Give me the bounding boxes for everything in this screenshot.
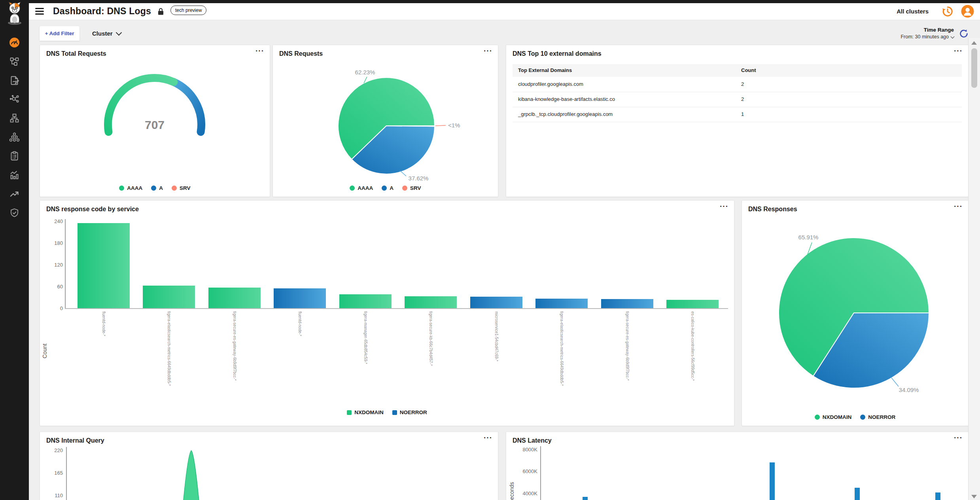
- table-column-header[interactable]: Top External Domains: [518, 67, 572, 73]
- pie-slice-label: 62.23%: [355, 69, 375, 76]
- table-row[interactable]: _grpclb._tcp.cloudprofiler.googleapis.co…: [513, 107, 962, 122]
- sidebar-item-service-graph-icon[interactable]: [9, 94, 20, 104]
- legend-dot: [815, 415, 820, 420]
- bar-chart-plot: [71, 221, 725, 308]
- scrollbar-track[interactable]: [968, 38, 980, 500]
- refresh-icon[interactable]: [959, 28, 969, 39]
- cluster-dropdown[interactable]: Cluster: [92, 30, 121, 37]
- latency-bar[interactable]: [855, 488, 860, 500]
- legend-label: SRV: [410, 185, 421, 191]
- legend-dot: [860, 415, 865, 420]
- add-filter-button[interactable]: + Add Filter: [40, 26, 79, 41]
- y-axis-line: [65, 219, 66, 309]
- table-cell-domain: kibana-knowledge-base-artifacts.elastic.…: [518, 96, 615, 102]
- x-category-label: es-calico-kube-controllers-56cf99d5cc-*: [690, 311, 695, 386]
- pie-slice-srv[interactable]: [386, 126, 435, 126]
- sidebar-item-flow-tree-icon[interactable]: [9, 56, 20, 67]
- sidebar-item-trend-arrow-icon[interactable]: [9, 189, 20, 199]
- legend-label: A: [159, 185, 163, 191]
- time-range-value[interactable]: From: 30 minutes ago: [901, 34, 954, 40]
- panel-title: DNS Responses: [748, 206, 797, 213]
- legend-swatch: [392, 410, 397, 415]
- pie-slice-label: 65.91%: [798, 234, 819, 241]
- legend-item[interactable]: A: [151, 185, 163, 191]
- time-range-control: Time Range From: 30 minutes ago: [901, 27, 954, 40]
- bar-category-labels: fluentd-node-* tigera-elasticsearch-metr…: [71, 311, 725, 386]
- table-row[interactable]: kibana-knowledge-base-artifacts.elastic.…: [513, 92, 962, 107]
- bar-noerror[interactable]: [470, 297, 522, 308]
- scrollbar-down-arrow[interactable]: [971, 495, 977, 498]
- sidebar-item-document-edit-icon[interactable]: [9, 75, 20, 86]
- sidebar-item-dashboard gauge-icon[interactable]: [9, 37, 20, 48]
- bar-nxdomain[interactable]: [143, 286, 195, 308]
- legend-dot: [350, 186, 355, 191]
- sidebar-item-analytics-chart-icon[interactable]: [9, 170, 20, 180]
- legend: NXDOMAIN NOERROR: [742, 414, 968, 420]
- panel-menu-button[interactable]: ···: [484, 47, 492, 55]
- sidebar-item-network-sitemap-icon[interactable]: [9, 113, 20, 123]
- legend-item[interactable]: NXDOMAIN: [347, 409, 384, 415]
- panel-title: DNS Top 10 external domains: [513, 50, 602, 57]
- x-category-label: tigera-elasticsearch-metrics-6649dbddb5-…: [166, 311, 171, 386]
- legend-item[interactable]: SRV: [172, 185, 191, 191]
- table-column-header[interactable]: Count: [741, 67, 756, 73]
- y-axis-label: Nanoseconds: [509, 468, 515, 500]
- hamburger-menu-button[interactable]: [35, 8, 44, 15]
- bar-nxdomain[interactable]: [339, 294, 392, 308]
- bar-nxdomain[interactable]: [666, 300, 719, 308]
- y-axis-label: Count: [42, 315, 48, 358]
- panel-menu-button[interactable]: ···: [954, 47, 963, 55]
- bar-nxdomain[interactable]: [78, 223, 130, 308]
- time-range-value-text: From: 30 minutes ago: [901, 34, 949, 40]
- sidebar-item-cluster-nodes-icon[interactable]: [9, 132, 20, 142]
- sidebar-item-clipboard-report-icon[interactable]: [9, 151, 20, 161]
- legend-item[interactable]: SRV: [402, 185, 421, 191]
- chevron-down-icon: [951, 34, 955, 38]
- panel-menu-button[interactable]: ···: [954, 434, 963, 442]
- x-category-label: tigera-secure-kb-66c7b4d457-*: [428, 311, 433, 386]
- latency-bar[interactable]: [935, 492, 940, 500]
- legend-dot: [402, 186, 407, 191]
- x-category-label: tigera-secure-es-gateway-6b9d9f7bcc-*: [232, 311, 237, 386]
- all-clusters-selector[interactable]: All clusters: [897, 8, 929, 15]
- scrollbar-up-arrow[interactable]: [971, 41, 977, 45]
- legend-item[interactable]: A: [382, 185, 394, 191]
- latency-bar[interactable]: [583, 497, 588, 500]
- table-row[interactable]: cloudprofiler.googleapis.com 2: [513, 77, 962, 92]
- history-icon[interactable]: [941, 5, 954, 18]
- legend-dot: [382, 186, 387, 191]
- y-tick: 6000K: [514, 468, 537, 474]
- legend-label: AAAA: [358, 185, 373, 191]
- sidebar-nav: [0, 0, 29, 500]
- legend-item[interactable]: NOERROR: [860, 414, 895, 420]
- legend-swatch: [347, 410, 352, 415]
- table-cell-count: 2: [741, 81, 744, 87]
- latency-bar[interactable]: [770, 462, 775, 500]
- legend-item[interactable]: AAAA: [350, 185, 373, 191]
- area-chart-spike[interactable]: [40, 432, 498, 500]
- legend: AAAA A SRV: [273, 185, 498, 191]
- user-avatar[interactable]: [961, 5, 974, 18]
- panel-title: DNS Requests: [279, 50, 323, 57]
- bar-noerror[interactable]: [601, 299, 653, 308]
- calico-cat-logo[interactable]: [4, 1, 26, 25]
- legend-item[interactable]: AAAA: [119, 185, 142, 191]
- panel-menu-button[interactable]: ···: [720, 202, 728, 211]
- bar-noerror[interactable]: [535, 299, 588, 308]
- panel-dns-response-code-by-service: DNS response code by service ··· 240 180…: [40, 200, 734, 426]
- panel-menu-button[interactable]: ···: [255, 47, 264, 55]
- y-tick: 4000K: [514, 491, 537, 496]
- bar-nxdomain[interactable]: [208, 288, 261, 308]
- scrollbar-thumb[interactable]: [971, 48, 977, 88]
- bar-nxdomain[interactable]: [405, 296, 457, 308]
- legend-label: SRV: [180, 185, 191, 191]
- table-cell-count: 2: [741, 96, 744, 102]
- panel-menu-button[interactable]: ···: [954, 202, 963, 211]
- bar-noerror[interactable]: [274, 288, 326, 308]
- legend-item[interactable]: NXDOMAIN: [815, 414, 852, 420]
- legend-item[interactable]: NOERROR: [392, 409, 427, 415]
- gauge-value: 707: [145, 118, 165, 131]
- top-dark-strip: [0, 0, 980, 3]
- sidebar-item-shield-security-icon[interactable]: [9, 208, 20, 218]
- table-cell-domain: _grpclb._tcp.cloudprofiler.googleapis.co…: [518, 111, 613, 117]
